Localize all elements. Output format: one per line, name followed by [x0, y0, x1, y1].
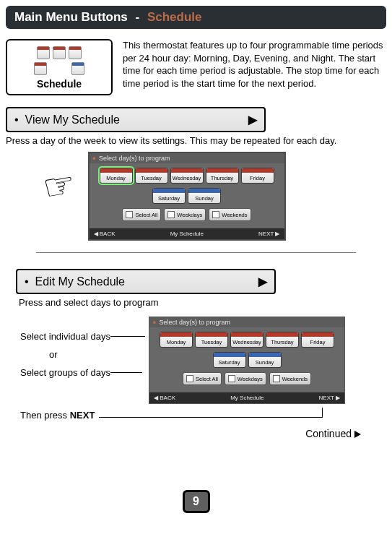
- thermo-footer-title: My Schedule: [170, 231, 204, 237]
- day-button-saturday[interactable]: Saturday: [152, 188, 186, 204]
- view-instruction: Press a day of the week to view its sett…: [6, 135, 386, 146]
- thermo-back[interactable]: ◀ BACK: [154, 395, 175, 401]
- dot-icon: ●: [92, 155, 96, 162]
- checkbox-icon: [212, 211, 219, 218]
- day-button-sunday[interactable]: Sunday: [188, 188, 221, 204]
- menu-view-schedule[interactable]: • View My Schedule ▶: [6, 107, 266, 132]
- pointing-hand-icon: ☞: [40, 163, 79, 210]
- group-weekdays[interactable]: Weekdays: [164, 208, 206, 221]
- group-select-all[interactable]: Select All: [122, 208, 161, 221]
- day-button-monday[interactable]: Monday: [160, 332, 193, 348]
- checkbox-icon: [167, 211, 175, 218]
- callout-individual-days: Select individual days: [20, 331, 145, 342]
- title-main: Main Menu Buttons: [14, 10, 128, 24]
- callout-group-days: Select groups of days: [20, 367, 145, 378]
- group-weekends[interactable]: Weekends: [269, 372, 311, 385]
- checkbox-icon: [228, 375, 235, 382]
- thermostat-figure-view: ☞ ● Select day(s) to program Monday Tues…: [88, 152, 305, 241]
- title-bar: Main Menu Buttons - Schedule: [6, 6, 386, 29]
- day-button-wednesday[interactable]: Wednesday: [230, 332, 263, 348]
- thermo-footer-title: My Schedule: [230, 395, 263, 401]
- calendar-icons: [30, 46, 88, 75]
- day-button-saturday[interactable]: Saturday: [213, 352, 246, 368]
- day-button-tuesday[interactable]: Tuesday: [135, 168, 168, 184]
- title-crumb: Schedule: [147, 10, 202, 24]
- schedule-tile: Schedule: [6, 39, 113, 95]
- menu-edit-schedule[interactable]: • Edit My Schedule ▶: [16, 269, 276, 294]
- group-select-all[interactable]: Select All: [183, 372, 222, 385]
- thermo-next[interactable]: NEXT ▶: [319, 395, 340, 401]
- menu-arrow-icon: ▶: [248, 113, 257, 126]
- thermo-top-bar: ● Select day(s) to program: [149, 317, 344, 327]
- thermostat-screen-edit: ● Select day(s) to program Monday Tuesda…: [149, 317, 345, 404]
- day-button-friday[interactable]: Friday: [241, 168, 274, 184]
- checkbox-icon: [273, 375, 280, 382]
- thermo-top-label: Select day(s) to program: [99, 155, 170, 162]
- thermo-top-label: Select day(s) to program: [159, 319, 230, 326]
- calendar-icon: [34, 62, 47, 75]
- thermo-back[interactable]: ◀ BACK: [94, 231, 116, 237]
- intro-text: This thermostat features up to four prog…: [123, 39, 386, 90]
- dot-icon: ●: [152, 319, 156, 326]
- day-button-tuesday[interactable]: Tuesday: [195, 332, 228, 348]
- thermo-next[interactable]: NEXT ▶: [258, 231, 279, 237]
- day-button-thursday[interactable]: Thursday: [266, 332, 299, 348]
- edit-instruction: Press and select days to program: [19, 297, 386, 308]
- title-sep: -: [136, 10, 143, 24]
- intro-row: Schedule This thermostat features up to …: [6, 39, 386, 95]
- day-button-thursday[interactable]: Thursday: [206, 168, 239, 184]
- menu-arrow-icon: ▶: [258, 275, 267, 288]
- page-number: 9: [183, 490, 210, 513]
- group-weekdays[interactable]: Weekdays: [225, 372, 266, 385]
- group-weekends[interactable]: Weekends: [209, 208, 251, 221]
- then-press-next: Then press NEXT: [6, 410, 386, 421]
- checkbox-icon: [186, 375, 193, 382]
- calendar-icon: [53, 46, 66, 59]
- menu-view-label: • View My Schedule: [14, 113, 120, 126]
- day-button-wednesday[interactable]: Wednesday: [170, 168, 204, 184]
- thermostat-screen: ● Select day(s) to program Monday Tuesda…: [88, 152, 286, 241]
- day-button-sunday[interactable]: Sunday: [248, 352, 282, 368]
- schedule-tile-label: Schedule: [12, 78, 107, 90]
- checkbox-icon: [126, 211, 133, 218]
- callout-or: or: [49, 349, 145, 360]
- day-button-friday[interactable]: Friday: [301, 332, 334, 348]
- menu-edit-label: • Edit My Schedule: [25, 275, 125, 288]
- thermo-top-bar: ● Select day(s) to program: [90, 153, 284, 163]
- calendar-icon: [69, 46, 82, 59]
- continued-arrow-icon: [354, 431, 361, 438]
- day-button-monday[interactable]: Monday: [100, 168, 133, 184]
- continued-label: Continued: [6, 428, 361, 439]
- calendar-icon: [71, 62, 84, 75]
- calendar-icon: [37, 46, 50, 59]
- section-divider: [36, 252, 356, 253]
